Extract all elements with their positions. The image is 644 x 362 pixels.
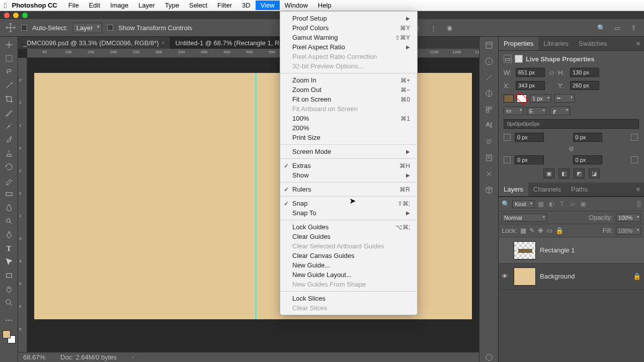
filter-type-icon[interactable]: T <box>558 200 566 208</box>
notes-panel-icon[interactable] <box>485 153 494 162</box>
fill-color-swatch[interactable] <box>504 95 514 103</box>
rectangle-tool[interactable] <box>3 269 15 282</box>
menu-image[interactable]: Image <box>105 1 133 10</box>
history-panel-icon[interactable] <box>485 41 494 50</box>
menu-file[interactable]: File <box>63 1 84 10</box>
foreground-color-swatch[interactable] <box>3 330 11 338</box>
menu-item-100-[interactable]: 100%⌘1 <box>280 114 417 123</box>
status-arrow-icon[interactable]: › <box>132 353 134 361</box>
opacity-value[interactable]: 100% <box>616 214 641 222</box>
menu-edit[interactable]: Edit <box>84 1 105 10</box>
menu-item-fit-on-screen[interactable]: Fit on Screen⌘0 <box>280 95 417 104</box>
stroke-width-select[interactable]: 1 px <box>530 95 551 103</box>
link-wh-icon[interactable]: ⊘ <box>548 69 555 76</box>
path-selection-tool[interactable] <box>3 256 15 268</box>
stroke-style-select[interactable]: ━ <box>554 94 575 103</box>
eyedropper-tool[interactable] <box>3 107 15 119</box>
menu-layer[interactable]: Layer <box>133 1 160 10</box>
gradient-tool[interactable] <box>3 188 15 200</box>
corner-tl-input[interactable]: 0 px <box>515 133 544 142</box>
filter-adjustment-icon[interactable]: ◐ <box>547 200 555 208</box>
auto-select-target[interactable]: Layer <box>73 23 103 33</box>
magic-wand-tool[interactable] <box>3 79 15 92</box>
color-swatches[interactable] <box>3 330 16 343</box>
3d-mode-icon[interactable]: ◉ <box>444 22 455 33</box>
lasso-tool[interactable] <box>3 66 15 78</box>
menu-item-new-guide-[interactable]: New Guide... <box>280 260 417 270</box>
adjustments-panel-icon[interactable] <box>485 89 494 98</box>
link-corners-icon[interactable]: ⊘ <box>569 145 574 152</box>
close-tab-icon[interactable]: × <box>162 40 165 46</box>
corner-bl-input[interactable]: 0 px <box>515 155 544 164</box>
stroke-corners-select[interactable]: ┏ <box>550 107 570 115</box>
filter-shape-icon[interactable]: ▱ <box>569 200 577 208</box>
y-input[interactable]: 260 px <box>570 81 599 90</box>
path-op-combine[interactable]: ▣ <box>543 168 554 178</box>
type-tool[interactable]: T <box>3 242 15 254</box>
character-panel-icon[interactable]: A| <box>485 121 494 130</box>
layer-thumbnail[interactable] <box>514 267 536 286</box>
layer-row[interactable]: 👁 Rectangle 1 <box>499 237 644 263</box>
menu-item-extras[interactable]: ✓Extras⌘H <box>280 161 417 170</box>
menu-item-print-size[interactable]: Print Size <box>280 133 417 142</box>
menu-item-new-guide-layout-[interactable]: New Guide Layout... <box>280 270 417 280</box>
menu-item-200-[interactable]: 200% <box>280 123 417 133</box>
tab-libraries[interactable]: Libraries <box>538 37 574 50</box>
blend-mode-select[interactable]: Normal <box>502 214 547 222</box>
menu-item-pixel-aspect-ratio[interactable]: Pixel Aspect Ratio▶ <box>280 42 417 52</box>
eraser-tool[interactable] <box>3 174 15 187</box>
vertical-guide[interactable] <box>256 73 256 319</box>
visibility-toggle-icon[interactable]: 👁 <box>502 273 510 280</box>
layer-thumbnail[interactable] <box>514 241 536 259</box>
tab-layers[interactable]: Layers <box>499 183 528 196</box>
tab-channels[interactable]: Channels <box>528 183 566 196</box>
paragraph-panel-icon[interactable] <box>485 137 494 146</box>
document-tab-1[interactable]: Untitled-1 @ 68.7% (Rectangle 1, R <box>171 37 285 49</box>
menu-window[interactable]: Window <box>280 1 313 10</box>
menu-type[interactable]: Type <box>160 1 184 10</box>
auto-select-checkbox[interactable] <box>21 25 27 31</box>
stroke-align-select[interactable]: ▭ <box>504 107 524 115</box>
zoom-tool[interactable] <box>3 297 15 309</box>
dodge-tool[interactable] <box>3 215 15 227</box>
clone-stamp-tool[interactable] <box>3 147 15 159</box>
color-panel-icon[interactable] <box>485 73 494 82</box>
info-panel-icon[interactable] <box>485 57 494 66</box>
menu-item-lock-guides[interactable]: Lock Guides⌥⌘; <box>280 222 417 232</box>
layer-name[interactable]: Rectangle 1 <box>540 246 575 254</box>
tab-paths[interactable]: Paths <box>566 183 593 196</box>
history-brush-tool[interactable] <box>3 161 15 173</box>
filter-kind-icon[interactable]: 🔍 <box>502 200 510 208</box>
menu-3d[interactable]: 3D <box>237 1 256 10</box>
brushes-panel-icon[interactable] <box>485 353 494 362</box>
x-input[interactable]: 343 px <box>516 81 545 90</box>
edit-toolbar-icon[interactable]: ⋯ <box>3 314 15 326</box>
zoom-level[interactable]: 68.67% <box>23 353 45 361</box>
layer-row[interactable]: 👁 Background 🔒 <box>499 263 644 290</box>
menu-item-gamut-warning[interactable]: Gamut Warning⇧⌘Y <box>280 33 417 42</box>
document-tab-0[interactable]: _DMC0096.psd @ 33.3% (DMC0096, RGB/8*)× <box>18 37 171 49</box>
menu-item-zoom-in[interactable]: Zoom In⌘+ <box>280 75 417 85</box>
minimize-window-button[interactable] <box>13 13 19 18</box>
stroke-color-swatch[interactable] <box>517 95 527 103</box>
brush-tool[interactable] <box>3 134 15 146</box>
menu-filter[interactable]: Filter <box>212 1 237 10</box>
crop-tool[interactable] <box>3 93 15 105</box>
blur-tool[interactable] <box>3 202 15 214</box>
show-transform-checkbox[interactable] <box>107 25 113 31</box>
distribute-icon[interactable]: ⋮ <box>428 22 439 33</box>
menu-select[interactable]: Select <box>184 1 212 10</box>
path-op-intersect[interactable]: ◩ <box>574 168 585 178</box>
marquee-tool[interactable] <box>3 52 15 64</box>
menu-item-clear-canvas-guides[interactable]: Clear Canvas Guides <box>280 251 417 260</box>
menu-help[interactable]: Help <box>313 1 337 10</box>
path-op-exclude[interactable]: ◪ <box>589 168 600 178</box>
lock-transparency-icon[interactable]: ▦ <box>520 227 526 234</box>
corner-radii-summary[interactable]: 0px0px0px0px <box>504 119 639 129</box>
filter-kind-select[interactable]: Kind <box>512 200 534 208</box>
panel-menu-icon[interactable]: ≡ <box>632 40 644 47</box>
stroke-caps-select[interactable]: E <box>527 107 547 115</box>
layers-panel-menu-icon[interactable]: ≡ <box>632 186 644 193</box>
menu-item-snap-to[interactable]: Snap To▶ <box>280 208 417 218</box>
styles-panel-icon[interactable] <box>485 105 494 114</box>
